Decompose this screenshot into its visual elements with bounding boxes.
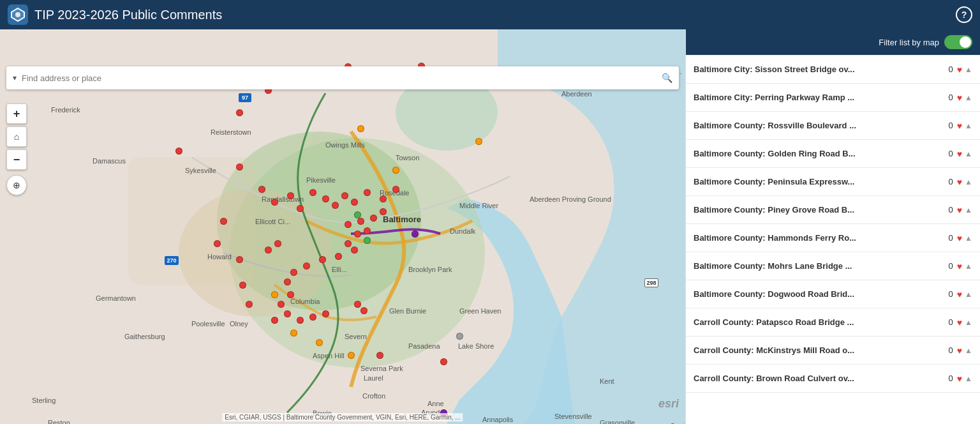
list-item[interactable]: Baltimore County: Dogwood Road Brid... 0… xyxy=(686,280,980,308)
list-item-scroll-up-icon: ▲ xyxy=(965,262,972,271)
list-item[interactable]: Carroll County: Brown Road Culvert ov...… xyxy=(686,365,980,393)
home-button[interactable]: ⌂ xyxy=(6,126,27,147)
list-item-count: 0 xyxy=(944,233,953,243)
list-item-count: 0 xyxy=(944,149,953,158)
list-item-count: 0 xyxy=(944,64,953,74)
list-item[interactable]: Carroll County: McKinstrys Mill Road o..… xyxy=(686,337,980,365)
list-item-heart-icon[interactable]: ♥ xyxy=(957,149,962,159)
list-item-count: 0 xyxy=(944,345,953,355)
list-item-title: Carroll County: Brown Road Culvert ov... xyxy=(694,374,944,383)
filter-label: Filter list by map xyxy=(879,38,939,47)
project-list[interactable]: Baltimore City: Sisson Street Bridge ov.… xyxy=(686,55,980,424)
search-dropdown-button[interactable]: ▾ xyxy=(10,72,19,84)
app-header: TIP 2023-2026 Public Comments ? xyxy=(0,0,980,29)
map-highway-270: 270 xyxy=(165,256,179,265)
list-item-title: Baltimore City: Perring Parkway Ramp ... xyxy=(694,93,944,102)
list-item-count: 0 xyxy=(944,177,953,186)
search-submit-button[interactable]: 🔍 xyxy=(659,72,675,84)
list-item-count: 0 xyxy=(944,205,953,215)
list-item[interactable]: Baltimore County: Piney Grove Road B... … xyxy=(686,196,980,224)
svg-rect-7 xyxy=(128,157,255,285)
list-item-scroll-up-icon: ▲ xyxy=(965,149,972,158)
list-item-heart-icon[interactable]: ♥ xyxy=(957,374,962,384)
zoom-out-button[interactable]: − xyxy=(6,149,27,170)
list-item[interactable]: Baltimore City: Perring Parkway Ramp ...… xyxy=(686,84,980,112)
list-item-title: Carroll County: Patapsco Road Bridge ... xyxy=(694,317,944,327)
list-item-count: 0 xyxy=(944,93,953,102)
list-item-title: Baltimore County: Rossville Boulevard ..… xyxy=(694,121,944,130)
list-item-scroll-up-icon: ▲ xyxy=(965,290,972,299)
list-item-heart-icon[interactable]: ♥ xyxy=(957,233,962,243)
list-item-title: Baltimore County: Dogwood Road Brid... xyxy=(694,289,944,299)
list-item-title: Baltimore County: Golden Ring Road B... xyxy=(694,149,944,158)
list-item-scroll-up-icon: ▲ xyxy=(965,93,972,102)
list-item-scroll-up-icon: ▲ xyxy=(965,374,972,383)
list-item-heart-icon[interactable]: ♥ xyxy=(957,317,962,328)
list-item-title: Baltimore County: Hammonds Ferry Ro... xyxy=(694,233,944,243)
app-logo xyxy=(8,4,28,25)
list-item-count: 0 xyxy=(944,261,953,271)
list-item-scroll-up-icon: ▲ xyxy=(965,206,972,215)
list-item-count: 0 xyxy=(944,374,953,383)
list-item[interactable]: Baltimore County: Mohrs Lane Bridge ... … xyxy=(686,252,980,280)
list-item-scroll-up-icon: ▲ xyxy=(965,318,972,327)
list-item[interactable]: Baltimore County: Peninsula Expressw... … xyxy=(686,168,980,196)
list-item[interactable]: Baltimore County: Hammonds Ferry Ro... 0… xyxy=(686,224,980,252)
list-item-heart-icon[interactable]: ♥ xyxy=(957,289,962,299)
list-item-count: 0 xyxy=(944,289,953,299)
page-title: TIP 2023-2026 Public Comments xyxy=(34,8,956,22)
list-item-scroll-up-icon: ▲ xyxy=(965,65,972,74)
esri-logo: esri xyxy=(658,395,679,411)
map-attribution: Esri, CGIAR, USGS | Baltimore County Gov… xyxy=(222,413,463,421)
list-item[interactable]: Baltimore County: Golden Ring Road B... … xyxy=(686,140,980,168)
list-item-heart-icon[interactable]: ♥ xyxy=(957,177,962,187)
compass-button[interactable]: ⊕ xyxy=(6,175,27,195)
map-highway-97: 97 xyxy=(239,93,251,102)
list-item-heart-icon[interactable]: ♥ xyxy=(957,93,962,103)
list-item[interactable]: Baltimore County: Rossville Boulevard ..… xyxy=(686,112,980,140)
help-button[interactable]: ? xyxy=(956,6,972,23)
list-item-title: Baltimore County: Piney Grove Road B... xyxy=(694,205,944,215)
list-item-title: Baltimore City: Sisson Street Bridge ov.… xyxy=(694,64,944,74)
filter-toggle[interactable] xyxy=(944,35,972,49)
sidebar: Filter list by map Baltimore City: Sisso… xyxy=(685,29,980,424)
list-item-title: Carroll County: McKinstrys Mill Road o..… xyxy=(694,345,944,355)
list-item-heart-icon[interactable]: ♥ xyxy=(957,121,962,131)
list-item-scroll-up-icon: ▲ xyxy=(965,346,972,355)
list-item-scroll-up-icon: ▲ xyxy=(965,121,972,130)
list-item-heart-icon[interactable]: ♥ xyxy=(957,64,962,75)
search-bar[interactable]: ▾ 🔍 xyxy=(6,66,679,89)
list-item[interactable]: Carroll County: Patapsco Road Bridge ...… xyxy=(686,308,980,337)
list-item-scroll-up-icon: ▲ xyxy=(965,234,972,243)
zoom-in-button[interactable]: + xyxy=(6,103,27,124)
list-item-count: 0 xyxy=(944,317,953,327)
filter-bar: Filter list by map xyxy=(686,29,980,55)
list-item-title: Baltimore County: Peninsula Expressw... xyxy=(694,177,944,186)
list-item-heart-icon[interactable]: ♥ xyxy=(957,345,962,356)
list-item-count: 0 xyxy=(944,121,953,130)
filter-toggle-knob xyxy=(960,36,971,48)
list-item-scroll-up-icon: ▲ xyxy=(965,178,972,186)
svg-point-1 xyxy=(15,12,20,17)
list-item-heart-icon[interactable]: ♥ xyxy=(957,261,962,271)
search-input[interactable] xyxy=(19,73,659,83)
list-item-title: Baltimore County: Mohrs Lane Bridge ... xyxy=(694,261,944,271)
map-highway-298: 298 xyxy=(644,278,658,287)
list-item-heart-icon[interactable]: ♥ xyxy=(957,205,962,215)
list-item[interactable]: Baltimore City: Sisson Street Bridge ov.… xyxy=(686,56,980,84)
map-container[interactable]: Frederick Frederick Damascus Sykesville … xyxy=(0,29,685,424)
